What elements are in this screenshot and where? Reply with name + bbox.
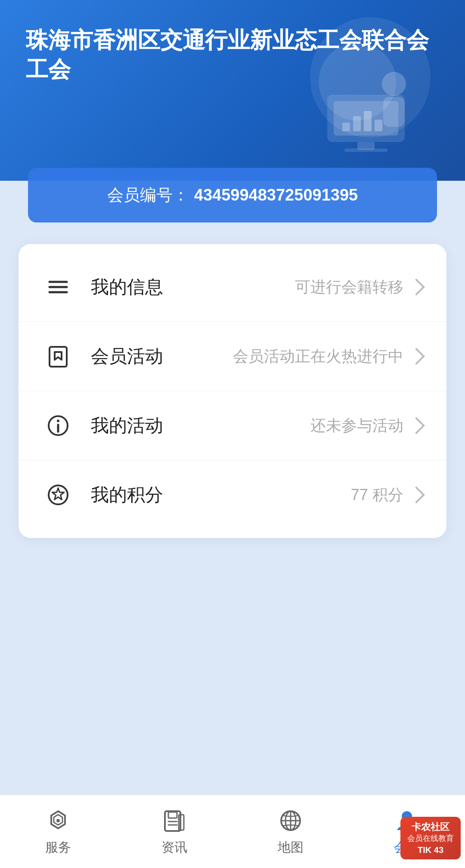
- nav-label-service: 服务: [45, 839, 71, 856]
- svg-point-17: [57, 420, 59, 422]
- info-circle-icon: [43, 410, 74, 441]
- menu-card: 我的信息 可进行会籍转移 会员活动 会员活动正在火热进行中 我的活动 还未参与活…: [19, 244, 446, 538]
- svg-rect-8: [364, 111, 372, 131]
- svg-marker-14: [55, 352, 62, 360]
- svg-rect-3: [344, 148, 388, 152]
- menu-item-my-points[interactable]: 我的积分 77 积分: [19, 460, 446, 529]
- nav-label-news: 资讯: [161, 839, 187, 856]
- community-badge-line1: 卡农社区: [412, 821, 450, 834]
- chevron-right-icon-member-activity: [408, 348, 425, 365]
- menu-item-my-info[interactable]: 我的信息 可进行会籍转移: [19, 253, 446, 322]
- bottom-navigation: 服务 资讯 地图: [0, 795, 465, 868]
- community-badge: 卡农社区 会员在线教育 TIK 43: [400, 817, 461, 859]
- svg-marker-19: [52, 488, 64, 500]
- member-id-label: 会员编号：: [107, 184, 189, 206]
- member-id-bar: 会员编号： 434599483725091395: [28, 168, 437, 222]
- menu-label-my-activity: 我的活动: [91, 414, 310, 438]
- star-circle-icon: [43, 479, 74, 510]
- svg-rect-5: [383, 97, 405, 127]
- menu-item-member-activity[interactable]: 会员活动 会员活动正在火热进行中: [19, 322, 446, 391]
- menu-item-my-activity[interactable]: 我的活动 还未参与活动: [19, 391, 446, 460]
- news-icon: [161, 807, 188, 834]
- svg-point-20: [56, 819, 60, 822]
- menu-label-member-activity: 会员活动: [91, 344, 233, 368]
- bookmark-icon: [43, 341, 74, 372]
- community-badge-line2: 会员在线教育: [407, 834, 454, 843]
- nav-item-news[interactable]: 资讯: [143, 800, 205, 863]
- menu-status-my-points: 77 积分: [351, 485, 403, 506]
- svg-rect-6: [342, 123, 350, 131]
- svg-rect-9: [375, 120, 382, 131]
- menu-label-my-points: 我的积分: [91, 483, 351, 507]
- tik-badge-text: TIK 43: [418, 845, 443, 855]
- menu-status-my-activity: 还未参与活动: [310, 415, 403, 436]
- chevron-right-icon-my-points: [408, 486, 425, 504]
- menu-lines-icon: [43, 272, 74, 303]
- nav-item-map[interactable]: 地图: [260, 800, 322, 863]
- service-icon: [44, 807, 72, 834]
- header-title: 珠海市香洲区交通行业新业态工会联合会工会: [26, 26, 439, 84]
- map-icon: [277, 807, 304, 834]
- menu-status-member-activity: 会员活动正在火热进行中: [233, 346, 403, 367]
- chevron-right-icon-my-info: [408, 278, 425, 296]
- nav-label-map: 地图: [278, 839, 304, 856]
- member-id-value: 434599483725091395: [194, 186, 358, 204]
- menu-label-my-info: 我的信息: [91, 275, 295, 299]
- header-banner: 珠海市香洲区交通行业新业态工会联合会工会: [0, 0, 465, 181]
- chevron-right-icon-my-activity: [408, 417, 425, 434]
- nav-item-service[interactable]: 服务: [27, 800, 89, 863]
- svg-rect-7: [353, 116, 361, 131]
- svg-rect-22: [168, 812, 177, 818]
- menu-status-my-info: 可进行会籍转移: [295, 277, 403, 298]
